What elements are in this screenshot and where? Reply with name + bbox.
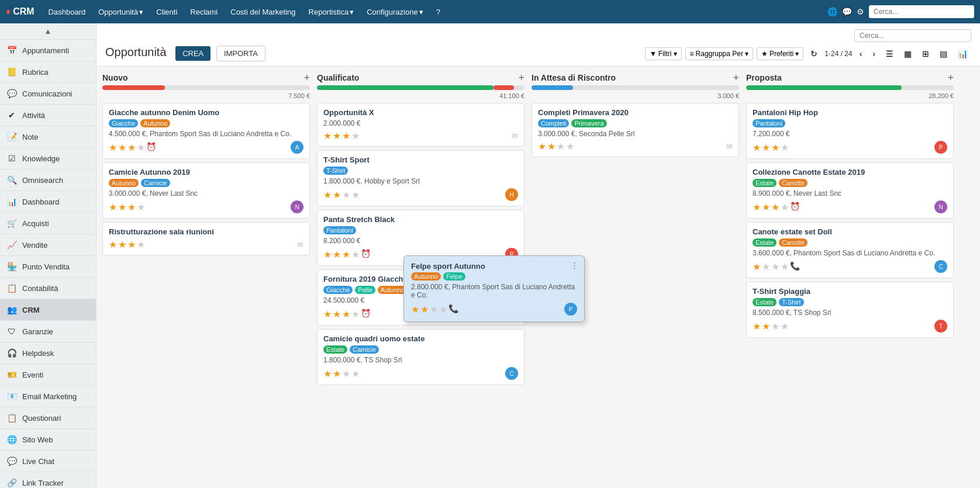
star-icon[interactable]: ★ xyxy=(342,368,350,379)
star-icon[interactable]: ★ xyxy=(118,202,126,213)
nav-costi[interactable]: Costi del Marketing xyxy=(226,8,300,16)
kanban-view-icon[interactable]: ▦ xyxy=(900,47,915,61)
nav-opportunita[interactable]: Opportunità▾ xyxy=(94,8,148,16)
sidebar-item-questionari[interactable]: 📋 Questionari xyxy=(0,407,96,429)
sidebar-item-crm[interactable]: 👥 CRM xyxy=(0,299,96,321)
sidebar-item-link-tracker[interactable]: 🔗 Link Tracker xyxy=(0,472,96,488)
tooltip-star-icon[interactable]: ★ xyxy=(430,304,438,315)
star-icon[interactable]: ★ xyxy=(753,321,761,332)
sidebar-item-knowledge[interactable]: ☑ Knowledge xyxy=(0,148,96,169)
chart-view-icon[interactable]: 📊 xyxy=(954,47,971,61)
list-view-icon[interactable]: ☰ xyxy=(882,47,897,61)
main-search-input[interactable] xyxy=(854,29,971,42)
next-page-icon[interactable]: › xyxy=(869,47,879,61)
chat-icon[interactable]: 💬 xyxy=(842,7,852,16)
star-icon[interactable]: ★ xyxy=(109,142,117,153)
sidebar-item-comunicazioni[interactable]: 💬 Comunicazioni xyxy=(0,83,96,105)
prev-page-icon[interactable]: ‹ xyxy=(856,47,866,61)
tooltip-star-icon[interactable]: ★ xyxy=(439,304,447,315)
star-icon[interactable]: ★ xyxy=(333,189,341,200)
star-icon[interactable]: ★ xyxy=(753,142,761,153)
star-icon[interactable]: ★ xyxy=(351,189,360,200)
star-icon[interactable]: ★ xyxy=(566,141,574,152)
star-icon[interactable]: ★ xyxy=(323,189,332,200)
sidebar-item-note[interactable]: 📝 Note xyxy=(0,126,96,148)
kanban-card[interactable]: Canote estate set Doll EstateCanotte 3.6… xyxy=(746,222,954,278)
star-icon[interactable]: ★ xyxy=(127,239,136,250)
star-icon[interactable]: ★ xyxy=(771,142,779,153)
star-icon[interactable]: ★ xyxy=(109,202,117,213)
sidebar-item-garanzie[interactable]: 🛡 Garanzie xyxy=(0,321,96,342)
star-icon[interactable]: ★ xyxy=(342,309,350,320)
filtri-button[interactable]: ▼ Filtri▾ xyxy=(645,47,682,60)
star-icon[interactable]: ★ xyxy=(351,368,360,379)
star-icon[interactable]: ★ xyxy=(137,202,145,213)
star-icon[interactable]: ★ xyxy=(781,261,789,272)
kanban-card[interactable]: Opportunità X 2.000.000 € ★★★★ ✉ xyxy=(317,103,524,147)
star-icon[interactable]: ★ xyxy=(781,142,789,153)
star-icon[interactable]: ★ xyxy=(342,130,350,141)
kanban-card[interactable]: Collezione Canotte Estate 2019 EstateCan… xyxy=(746,162,954,219)
nav-clienti[interactable]: Clienti xyxy=(151,8,182,16)
star-icon[interactable]: ★ xyxy=(333,130,341,141)
star-icon[interactable]: ★ xyxy=(771,321,779,332)
tooltip-star-icon[interactable]: ★ xyxy=(411,304,419,315)
star-icon[interactable]: ★ xyxy=(762,142,770,153)
star-icon[interactable]: ★ xyxy=(351,249,360,260)
star-icon[interactable]: ★ xyxy=(762,261,770,272)
star-icon[interactable]: ★ xyxy=(333,309,341,320)
star-icon[interactable]: ★ xyxy=(342,189,350,200)
globe-icon[interactable]: 🌐 xyxy=(827,7,837,16)
nav-reportistica[interactable]: Reportistica▾ xyxy=(304,8,359,16)
sidebar-item-punto-vendita[interactable]: 🏪 Punto Vendita xyxy=(0,256,96,278)
star-icon[interactable]: ★ xyxy=(137,239,145,250)
star-icon[interactable]: ★ xyxy=(323,309,332,320)
nav-configurazione[interactable]: Configurazione▾ xyxy=(362,8,427,16)
sidebar-item-appuntamenti[interactable]: 📅 Appuntamenti xyxy=(0,40,96,61)
kanban-card[interactable]: T-Shirt Spiaggia EstateT-Shirt 8.500.000… xyxy=(746,282,954,338)
sidebar-item-sito-web[interactable]: 🌐 Sito Web xyxy=(0,429,96,451)
star-icon[interactable]: ★ xyxy=(781,202,789,213)
nav-help[interactable]: ? xyxy=(432,8,445,16)
nav-search-input[interactable] xyxy=(869,5,974,18)
star-icon[interactable]: ★ xyxy=(127,142,136,153)
star-icon[interactable]: ★ xyxy=(323,130,332,141)
star-icon[interactable]: ★ xyxy=(323,368,332,379)
sidebar-item-acquisti[interactable]: 🛒 Acquisti xyxy=(0,213,96,234)
nav-dashboard[interactable]: Dashboard xyxy=(44,8,91,16)
col-add-3[interactable]: + xyxy=(947,72,954,83)
importa-button[interactable]: IMPORTA xyxy=(216,46,265,61)
sidebar-item-eventi[interactable]: 🎫 Eventi xyxy=(0,364,96,386)
nav-reclami[interactable]: Reclami xyxy=(185,8,222,16)
sidebar-item-helpdesk[interactable]: 🎧 Helpdesk xyxy=(0,342,96,364)
sidebar-item-dashboard[interactable]: 📊 Dashboard xyxy=(0,191,96,213)
kanban-card[interactable]: Camicie Autunno 2019 AutunnoCamicie 3.00… xyxy=(102,162,310,219)
settings-icon[interactable]: ⚙ xyxy=(857,7,864,16)
sidebar-item-live-chat[interactable]: 💬 Live Chat xyxy=(0,451,96,472)
star-icon[interactable]: ★ xyxy=(351,309,360,320)
kanban-card[interactable]: Giacche autunno Denim Uomo GiaccheAutunn… xyxy=(102,103,310,159)
star-icon[interactable]: ★ xyxy=(333,249,341,260)
sidebar-item-vendite[interactable]: 📈 Vendite xyxy=(0,234,96,256)
star-icon[interactable]: ★ xyxy=(753,202,761,213)
kanban-card[interactable]: Completi Primavera 2020 CompletiPrimaver… xyxy=(532,103,739,157)
raggruppa-button[interactable]: ≡ Raggruppa Per▾ xyxy=(685,47,753,60)
tooltip-menu-icon[interactable]: ⋮ xyxy=(571,261,578,269)
star-icon[interactable]: ★ xyxy=(333,368,341,379)
star-icon[interactable]: ★ xyxy=(109,239,117,250)
star-icon[interactable]: ★ xyxy=(137,142,145,153)
star-icon[interactable]: ★ xyxy=(771,202,779,213)
brand-logo[interactable]: ♦ CRM xyxy=(6,6,34,17)
star-icon[interactable]: ★ xyxy=(781,321,789,332)
col-add-0[interactable]: + xyxy=(303,72,310,83)
sidebar-item-attivita[interactable]: ✔ Attività xyxy=(0,105,96,126)
grid-view-icon[interactable]: ⊞ xyxy=(919,47,933,61)
star-icon[interactable]: ★ xyxy=(762,321,770,332)
preferiti-button[interactable]: ★ Preferiti▾ xyxy=(757,47,803,60)
col-add-1[interactable]: + xyxy=(518,72,524,83)
tooltip-star-icon[interactable]: ★ xyxy=(420,304,429,315)
kanban-card[interactable]: T-Shirt Sport T-Shirt 1.800.000 €, Hobby… xyxy=(317,150,524,206)
refresh-icon[interactable]: ↻ xyxy=(807,47,821,61)
star-icon[interactable]: ★ xyxy=(538,141,546,152)
sidebar-item-rubrica[interactable]: 📒 Rubrica xyxy=(0,61,96,83)
